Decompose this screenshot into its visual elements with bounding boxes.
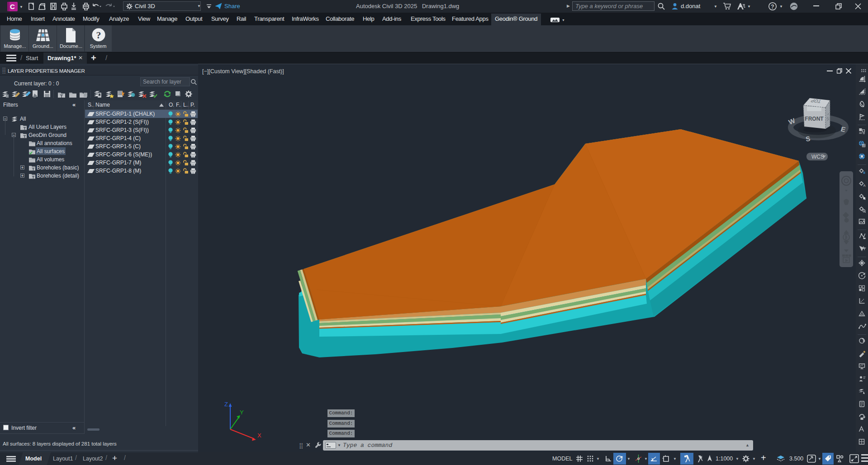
svg-text:A: A: [863, 183, 866, 188]
svg-text:Y: Y: [240, 409, 244, 416]
svg-text:X: X: [257, 432, 261, 439]
svg-text:?: ?: [96, 29, 101, 41]
svg-text:Z: Z: [224, 401, 228, 408]
svg-text:?: ?: [771, 4, 774, 10]
svg-text:FRONT: FRONT: [805, 116, 824, 122]
svg-text:WCS: WCS: [811, 154, 824, 160]
